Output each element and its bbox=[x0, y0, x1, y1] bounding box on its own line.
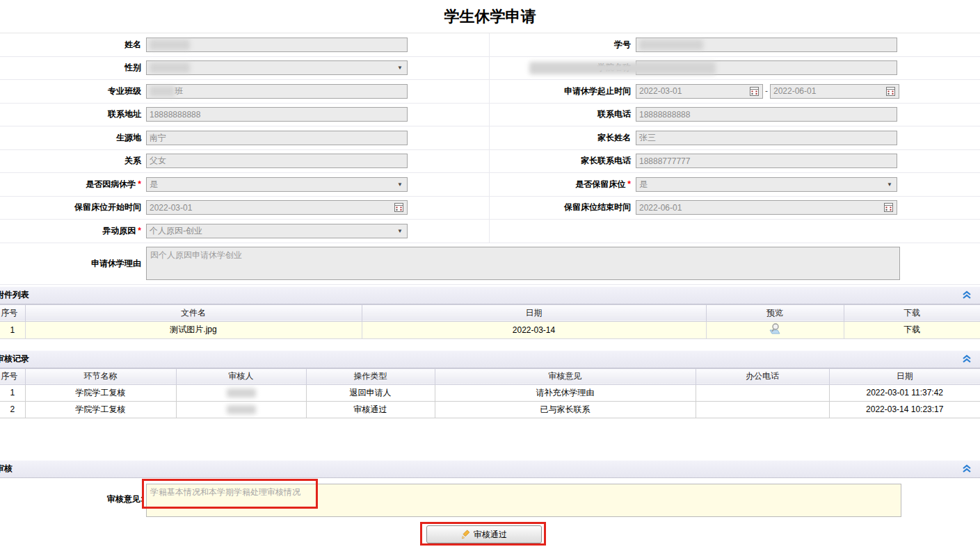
sick-leave-select[interactable]: 是 ▼ bbox=[146, 177, 408, 192]
record-opinion: 请补充休学理由 bbox=[435, 384, 696, 401]
hometown-label: 生源地 bbox=[0, 132, 146, 144]
review-records-section-title: 审核记录 bbox=[0, 353, 29, 365]
redacted-value bbox=[150, 86, 175, 97]
form-row: 保留床位开始时间 2022-03-01 保留床位结束时间 2022-06-01 bbox=[0, 197, 980, 220]
attachment-filename: 测试图片.jpg bbox=[25, 321, 362, 338]
bed-end-label: 保留床位结束时间 bbox=[490, 202, 636, 213]
record-date: 2022-03-14 10:23:17 bbox=[829, 401, 980, 418]
calendar-icon[interactable] bbox=[885, 86, 896, 97]
form-row: 关系 父女 家长联系电话 18888777777 bbox=[0, 150, 980, 174]
parent-name-label: 家长姓名 bbox=[490, 132, 636, 144]
attachments-section-title: 附件列表 bbox=[0, 289, 29, 301]
approve-button-label: 审核通过 bbox=[474, 529, 507, 541]
record-office-phone bbox=[696, 384, 829, 401]
form-row: 性别 ▼ 学院名称 bbox=[0, 57, 980, 81]
calendar-icon[interactable] bbox=[394, 202, 404, 213]
student-id-label: 学号 bbox=[490, 39, 636, 51]
title-bar: 学生休学申请 bbox=[0, 0, 980, 33]
col-header-no: 序号 bbox=[0, 304, 25, 321]
gender-select[interactable]: ▼ bbox=[146, 60, 408, 75]
collapse-icon[interactable] bbox=[962, 290, 972, 300]
record-date: 2022-03-01 11:37:42 bbox=[829, 384, 980, 401]
review-record-row: 2 学院学工复核 审核通过 已与家长联系 2022-03-14 10:23:17 bbox=[0, 401, 980, 418]
download-link[interactable]: 下载 bbox=[903, 325, 920, 334]
preview-icon[interactable] bbox=[768, 322, 782, 335]
attachment-no: 1 bbox=[0, 321, 25, 338]
major-class-input[interactable]: 班 bbox=[146, 84, 408, 99]
student-leave-application-page: 学生休学申请 姓名 学号 性别 ▼ 学院名称 专业班级 bbox=[0, 0, 980, 549]
record-reviewer bbox=[176, 401, 306, 418]
change-reason-label: 异动原因* bbox=[0, 225, 146, 237]
pencil-icon bbox=[461, 530, 471, 539]
calendar-icon[interactable] bbox=[883, 202, 894, 213]
review-record-row: 1 学院学工复核 退回申请人 请补充休学理由 2022-03-01 11:37:… bbox=[0, 384, 980, 401]
student-id-input[interactable] bbox=[636, 38, 897, 52]
required-asterisk: * bbox=[138, 179, 141, 189]
audit-section-title: 审核 bbox=[0, 463, 13, 475]
attachments-header-row: 序号 文件名 日期 预览 下载 bbox=[0, 304, 980, 321]
dropdown-caret-icon: ▼ bbox=[887, 181, 894, 188]
parent-phone-label: 家长联系电话 bbox=[490, 155, 636, 167]
attachments-table: 序号 文件名 日期 预览 下载 1 测试图片.jpg 2022-03-14 下载 bbox=[0, 304, 980, 339]
record-step: 学院学工复核 bbox=[25, 384, 176, 401]
name-input[interactable] bbox=[146, 38, 408, 52]
record-opinion: 已与家长联系 bbox=[435, 401, 696, 418]
form-row: 异动原因* 个人原因-创业 ▼ bbox=[0, 220, 980, 243]
parent-phone-input[interactable]: 18888777777 bbox=[636, 154, 897, 168]
col-header-filename: 文件名 bbox=[25, 304, 362, 321]
col-header-step: 环节名称 bbox=[25, 368, 176, 384]
audit-opinion-textarea[interactable] bbox=[146, 484, 901, 517]
college-input[interactable] bbox=[636, 60, 897, 75]
redacted-value bbox=[227, 388, 256, 398]
collapse-icon[interactable] bbox=[962, 354, 972, 363]
phone-input[interactable]: 18888888888 bbox=[636, 107, 897, 122]
collapse-icon[interactable] bbox=[962, 464, 972, 473]
major-class-value: 班 bbox=[175, 85, 183, 97]
form-row: 专业班级 班 申请休学起止时间 2022-03-01 - 2022-06-01 bbox=[0, 80, 980, 104]
record-office-phone bbox=[696, 401, 829, 418]
hometown-input[interactable]: 南宁 bbox=[146, 131, 408, 145]
review-records-header-row: 序号 环节名称 审核人 操作类型 审核意见 办公电话 日期 bbox=[0, 368, 980, 384]
calendar-icon[interactable] bbox=[749, 86, 760, 97]
bed-start-label: 保留床位开始时间 bbox=[0, 202, 146, 213]
bed-start-date[interactable]: 2022-03-01 bbox=[146, 200, 408, 215]
col-header-opinion: 审核意见 bbox=[435, 368, 696, 384]
bed-end-date[interactable]: 2022-06-01 bbox=[636, 200, 897, 215]
review-records-section-bar: 审核记录 bbox=[0, 350, 980, 368]
sick-leave-label: 是否因病休学* bbox=[0, 179, 146, 190]
form-row: 姓名 学号 bbox=[0, 33, 980, 57]
leave-end-date[interactable]: 2022-06-01 bbox=[770, 84, 899, 99]
keep-bed-select[interactable]: 是 ▼ bbox=[636, 177, 897, 192]
record-no: 1 bbox=[0, 384, 25, 401]
form-row: 联系地址 18888888888 联系电话 18888888888 bbox=[0, 104, 980, 127]
redacted-value bbox=[529, 62, 716, 74]
col-header-date: 日期 bbox=[829, 368, 980, 384]
redacted-value bbox=[639, 40, 703, 50]
record-action: 退回申请人 bbox=[306, 384, 435, 401]
record-step: 学院学工复核 bbox=[25, 401, 176, 418]
col-header-download: 下载 bbox=[844, 304, 980, 321]
record-action: 审核通过 bbox=[306, 401, 435, 418]
redacted-value bbox=[227, 405, 256, 414]
col-header-office-phone: 办公电话 bbox=[696, 368, 829, 384]
name-label: 姓名 bbox=[0, 39, 146, 51]
page-title: 学生休学申请 bbox=[444, 6, 536, 27]
review-records-table: 序号 环节名称 审核人 操作类型 审核意见 办公电话 日期 1 学院学工复核 退… bbox=[0, 368, 980, 418]
change-reason-select[interactable]: 个人原因-创业 ▼ bbox=[146, 224, 408, 238]
parent-name-input[interactable]: 张三 bbox=[636, 131, 897, 145]
leave-reason-textarea[interactable]: 因个人原因申请休学创业 bbox=[146, 247, 900, 280]
major-class-label: 专业班级 bbox=[0, 85, 146, 97]
gender-label: 性别 bbox=[0, 62, 146, 74]
leave-start-date[interactable]: 2022-03-01 bbox=[636, 84, 763, 99]
approve-button[interactable]: 审核通过 bbox=[426, 525, 542, 543]
dropdown-caret-icon: ▼ bbox=[397, 181, 404, 188]
address-input[interactable]: 18888888888 bbox=[146, 107, 408, 122]
required-asterisk: * bbox=[138, 226, 141, 236]
phone-label: 联系电话 bbox=[490, 108, 636, 120]
dropdown-caret-icon: ▼ bbox=[397, 228, 404, 234]
required-asterisk: * bbox=[627, 179, 631, 189]
col-header-preview: 预览 bbox=[706, 304, 844, 321]
attachment-preview-cell bbox=[706, 321, 844, 338]
col-header-action: 操作类型 bbox=[306, 368, 435, 384]
relation-input[interactable]: 父女 bbox=[146, 154, 408, 168]
